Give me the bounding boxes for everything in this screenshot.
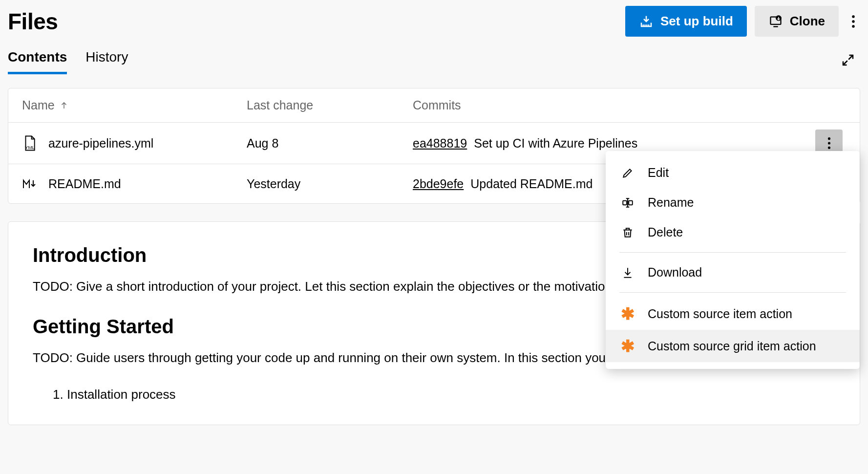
file-name-text: azure-pipelines.yml [48,136,153,151]
setup-build-label: Set up build [660,14,733,29]
build-icon [639,14,654,29]
more-vertical-icon [851,14,855,29]
menu-item-custom-source[interactable]: ✱ Custom source item action [606,298,860,330]
last-change-cell: Aug 8 [247,136,413,151]
svg-point-2 [852,15,855,18]
fullscreen-icon [841,53,855,67]
context-menu: Edit Rename [606,151,860,369]
tabs-row: Contents History [8,45,860,74]
commit-hash-link[interactable]: ea488819 [413,136,467,151]
menu-item-rename[interactable]: Rename [606,188,860,217]
page-header: Files Set up build [8,6,860,45]
svg-rect-10 [629,200,633,205]
rename-icon [620,196,635,209]
table-header: Name Last change Commits [8,88,860,123]
tab-history[interactable]: History [85,45,128,74]
clone-icon [768,15,783,28]
svg-text:YML: YML [25,145,35,150]
commit-cell: ea488819 Set up CI with Azure Pipelines [413,136,812,151]
last-change-cell: Yesterday [247,177,413,191]
commit-message: Set up CI with Azure Pipelines [474,136,637,151]
more-actions-button[interactable] [847,9,860,34]
column-commits[interactable]: Commits [413,98,812,112]
menu-item-custom-source-grid[interactable]: ✱ Custom source grid item action [606,330,860,362]
more-vertical-icon [827,136,831,150]
svg-point-4 [852,25,855,28]
download-icon [620,266,635,279]
file-name-text: README.md [48,177,121,191]
svg-point-6 [827,137,830,140]
menu-item-delete[interactable]: Delete [606,217,860,247]
menu-divider [619,252,846,253]
asterisk-icon: ✱ [620,305,635,322]
tab-contents[interactable]: Contents [8,45,67,74]
file-table: Name Last change Commits YML azure-pipel… [8,88,860,204]
svg-point-7 [827,142,830,144]
commit-hash-link[interactable]: 2bde9efe [413,177,464,191]
commit-message: Updated README.md [470,177,593,191]
yml-file-icon: YML [22,135,38,151]
md-file-icon [22,177,38,190]
page-title: Files [8,8,58,35]
fullscreen-button[interactable] [836,48,860,72]
column-name[interactable]: Name [22,98,247,112]
asterisk-icon: ✱ [620,338,635,354]
svg-point-8 [827,147,830,149]
delete-icon [620,226,635,239]
menu-item-download[interactable]: Download [606,258,860,287]
svg-rect-9 [623,200,627,205]
clone-label: Clone [790,14,825,29]
column-last-change[interactable]: Last change [247,98,413,112]
table-row[interactable]: YML azure-pipelines.yml Aug 8 ea488819 S… [8,123,860,164]
menu-item-edit[interactable]: Edit [606,158,860,188]
setup-build-button[interactable]: Set up build [625,6,747,37]
sort-asc-icon [60,101,68,110]
clone-button[interactable]: Clone [755,6,839,37]
readme-list-item: Installation process [67,387,835,402]
header-actions: Set up build Clone [625,6,860,37]
svg-point-3 [852,20,855,23]
menu-divider [619,292,846,293]
edit-icon [620,167,635,179]
